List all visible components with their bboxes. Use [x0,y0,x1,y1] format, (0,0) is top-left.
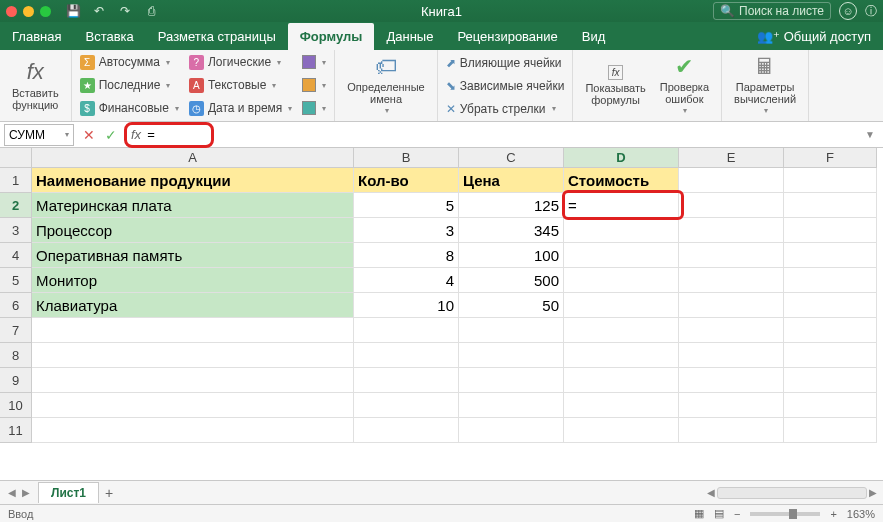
cell-B3[interactable]: 3 [354,218,459,243]
row-header-4[interactable]: 4 [0,243,32,268]
minimize-window[interactable] [23,6,34,17]
formula-bar-expand[interactable]: ▼ [865,129,883,140]
cell-D7[interactable] [564,318,679,343]
cell-C2[interactable]: 125 [459,193,564,218]
cell-E9[interactable] [679,368,784,393]
cell-B11[interactable] [354,418,459,443]
row-header-7[interactable]: 7 [0,318,32,343]
cell-C5[interactable]: 500 [459,268,564,293]
more-button[interactable] [302,98,326,118]
cell-D11[interactable] [564,418,679,443]
cell-F3[interactable] [784,218,877,243]
row-header-3[interactable]: 3 [0,218,32,243]
cell-C10[interactable] [459,393,564,418]
select-all-corner[interactable] [0,148,32,168]
recent-button[interactable]: ★Последние [80,75,179,95]
add-sheet-button[interactable]: + [99,485,119,501]
cell-B2[interactable]: 5 [354,193,459,218]
row-header-6[interactable]: 6 [0,293,32,318]
col-header-E[interactable]: E [679,148,784,168]
cell-B5[interactable]: 4 [354,268,459,293]
zoom-level[interactable]: 163% [847,508,875,520]
cell-C11[interactable] [459,418,564,443]
undo-icon[interactable]: ↶ [91,3,107,19]
trace-dependents-button[interactable]: ⬊Зависимые ячейки [446,76,565,96]
cell-F11[interactable] [784,418,877,443]
row-header-5[interactable]: 5 [0,268,32,293]
cell-A6[interactable]: Клавиатура [32,293,354,318]
cell-A1[interactable]: Наименование продукции [32,168,354,193]
redo-icon[interactable]: ↷ [117,3,133,19]
cell-E10[interactable] [679,393,784,418]
row-header-9[interactable]: 9 [0,368,32,393]
cell-D9[interactable] [564,368,679,393]
cell-B4[interactable]: 8 [354,243,459,268]
cell-E5[interactable] [679,268,784,293]
cell-B9[interactable] [354,368,459,393]
cell-F1[interactable] [784,168,877,193]
cell-A2[interactable]: Материнская плата [32,193,354,218]
cell-E3[interactable] [679,218,784,243]
share-button[interactable]: 👥⁺ Общий доступ [745,23,883,50]
cell-F6[interactable] [784,293,877,318]
cell-B8[interactable] [354,343,459,368]
cell-B7[interactable] [354,318,459,343]
error-check-button[interactable]: ✔ Проверка ошибок [656,52,713,119]
datetime-button[interactable]: ◷Дата и время [189,98,292,118]
sheet-search[interactable]: 🔍 Поиск на листе [713,2,831,20]
zoom-out-button[interactable]: − [734,508,740,520]
cell-F2[interactable] [784,193,877,218]
cell-C9[interactable] [459,368,564,393]
cell-E7[interactable] [679,318,784,343]
tab-data[interactable]: Данные [374,23,445,50]
col-header-C[interactable]: C [459,148,564,168]
cell-D4[interactable] [564,243,679,268]
sheet-tab-1[interactable]: Лист1 [38,482,99,503]
save-icon[interactable]: 💾 [65,3,81,19]
horizontal-scrollbar[interactable]: ◀▶ [707,487,877,499]
cell-A3[interactable]: Процессор [32,218,354,243]
cell-D8[interactable] [564,343,679,368]
row-header-2[interactable]: 2 [0,193,32,218]
cell-F7[interactable] [784,318,877,343]
tab-review[interactable]: Рецензирование [445,23,569,50]
col-header-A[interactable]: A [32,148,354,168]
cell-C6[interactable]: 50 [459,293,564,318]
show-formulas-button[interactable]: fx Показывать формулы [581,52,649,119]
text-button[interactable]: AТекстовые [189,75,292,95]
insert-function-button[interactable]: fx Вставить функцию [8,58,63,112]
defined-names-button[interactable]: 🏷 Определенные имена [343,53,428,118]
cell-A9[interactable] [32,368,354,393]
sheet-nav-last[interactable]: ▶ [20,485,32,500]
trace-precedents-button[interactable]: ⬈Влияющие ячейки [446,53,565,73]
cell-A4[interactable]: Оперативная память [32,243,354,268]
cell-A11[interactable] [32,418,354,443]
cell-B6[interactable]: 10 [354,293,459,318]
row-header-8[interactable]: 8 [0,343,32,368]
zoom-slider[interactable] [750,512,820,516]
view-page-icon[interactable]: ▤ [714,507,724,520]
col-header-F[interactable]: F [784,148,877,168]
cell-D10[interactable] [564,393,679,418]
cell-C7[interactable] [459,318,564,343]
cell-C8[interactable] [459,343,564,368]
cell-D1[interactable]: Стоимость [564,168,679,193]
cell-C1[interactable]: Цена [459,168,564,193]
cell-A7[interactable] [32,318,354,343]
zoom-window[interactable] [40,6,51,17]
tab-home[interactable]: Главная [0,23,73,50]
cell-B1[interactable]: Кол-во [354,168,459,193]
cell-F5[interactable] [784,268,877,293]
cell-E2[interactable] [679,193,784,218]
lookup-button[interactable] [302,52,326,72]
cell-F8[interactable] [784,343,877,368]
cell-B10[interactable] [354,393,459,418]
financial-button[interactable]: $Финансовые [80,98,179,118]
cancel-formula-button[interactable]: ✕ [78,124,100,146]
cell-D3[interactable] [564,218,679,243]
cell-F4[interactable] [784,243,877,268]
cell-E6[interactable] [679,293,784,318]
col-header-D[interactable]: D [564,148,679,168]
help-icon[interactable]: ⓘ [865,3,877,20]
print-icon[interactable]: ⎙ [143,3,159,19]
